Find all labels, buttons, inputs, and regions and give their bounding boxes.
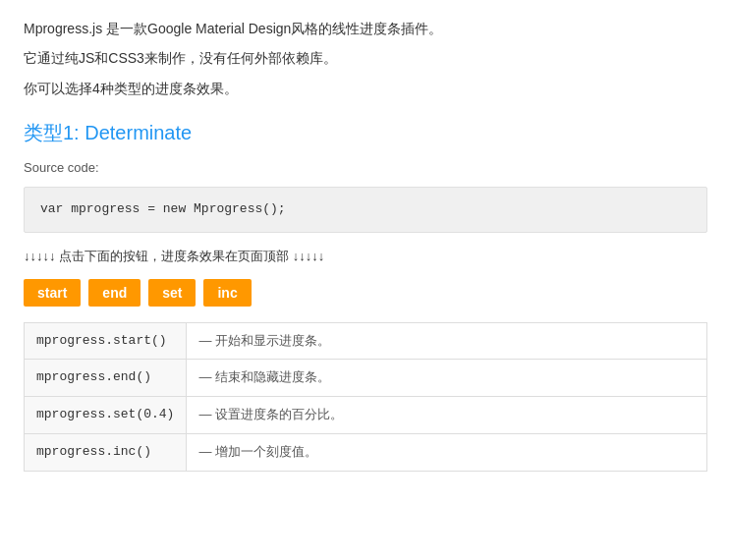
method-row: mprogress.start()— 开始和显示进度条。 [25,322,707,360]
method-desc: — 增加一个刻度值。 [187,433,707,471]
method-table: mprogress.start()— 开始和显示进度条。mprogress.en… [24,322,707,472]
code-block: var mprogress = new Mprogress(); [24,187,707,233]
method-row: mprogress.inc()— 增加一个刻度值。 [25,433,707,471]
method-name: mprogress.end() [25,360,187,397]
code-content: var mprogress = new Mprogress(); [40,201,286,216]
arrow-text: ↓↓↓↓↓ 点击下面的按钮，进度条效果在页面顶部 ↓↓↓↓↓ [24,247,707,267]
method-name: mprogress.inc() [25,433,187,471]
method-row: mprogress.set(0.4)— 设置进度条的百分比。 [25,397,707,434]
method-desc: — 开始和显示进度条。 [187,322,707,360]
method-name: mprogress.start() [25,322,187,360]
set-button[interactable]: set [148,279,196,307]
intro-line3: 你可以选择4种类型的进度条效果。 [24,78,707,99]
method-name: mprogress.set(0.4) [25,397,187,434]
end-button[interactable]: end [88,279,141,307]
inc-button[interactable]: inc [203,279,251,307]
section-title: 类型1: Determinate [24,117,707,148]
method-desc: — 结束和隐藏进度条。 [187,360,707,397]
intro-line2: 它通过纯JS和CSS3来制作，没有任何外部依赖库。 [24,47,707,69]
source-code-label: Source code: [24,158,707,179]
intro-line1: Mprogress.js 是一款Google Material Design风格… [24,18,707,39]
button-group: start end set inc [24,279,707,307]
start-button[interactable]: start [24,279,81,307]
method-desc: — 设置进度条的百分比。 [187,397,707,434]
method-row: mprogress.end()— 结束和隐藏进度条。 [25,360,707,397]
